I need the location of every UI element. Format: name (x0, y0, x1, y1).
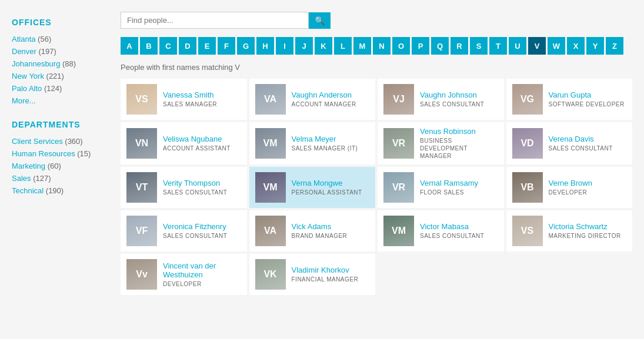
avatar: VA (255, 216, 286, 246)
person-name[interactable]: Verity Thompson (163, 179, 227, 187)
search-input[interactable] (121, 12, 309, 29)
alpha-btn-N[interactable]: N (373, 37, 391, 55)
person-name[interactable]: Vaughn Anderson (292, 90, 356, 99)
sidebar: OFFICES Atlanta (56)Denver (197)Johannes… (0, 0, 109, 339)
alpha-btn-U[interactable]: U (509, 37, 526, 55)
person-card[interactable]: VR Vernal Ramsamy FLOOR SALES (378, 167, 504, 208)
sidebar-item-office-denver[interactable]: Denver (197) (12, 45, 97, 58)
person-info: Victoria Schwartz MARKETING DIRECTOR (549, 222, 621, 240)
person-name[interactable]: Vernal Ramsamy (420, 179, 478, 187)
sidebar-item-dept-human-resources[interactable]: Human Resources (15) (12, 147, 97, 160)
person-title: BUSINESS DEVELOPMENT MANAGER (420, 137, 498, 160)
person-info: Vernal Ramsamy FLOOR SALES (420, 179, 478, 196)
alpha-btn-X[interactable]: X (567, 37, 585, 55)
person-card[interactable]: VD Verena Davis SALES CONSULTANT (506, 122, 633, 165)
person-card[interactable]: VS Victoria Schwartz MARKETING DIRECTOR (506, 210, 633, 251)
person-card[interactable]: VG Varun Gupta SOFTWARE DEVELOPER (506, 79, 633, 120)
alpha-btn-P[interactable]: P (412, 37, 429, 55)
sidebar-item-dept-client-services[interactable]: Client Services (360) (12, 135, 97, 147)
person-name[interactable]: Vincent van der Westhuizen (163, 261, 241, 279)
alpha-btn-Q[interactable]: Q (431, 37, 449, 55)
person-info: Vick Adams BRAND MANAGER (292, 222, 348, 240)
person-card[interactable]: VS Vanessa Smith SALES MANAGER (121, 79, 247, 120)
person-card[interactable]: VA Vaughn Anderson ACCOUNT MANAGER (249, 79, 376, 120)
alpha-btn-A[interactable]: A (121, 37, 138, 55)
alpha-btn-K[interactable]: K (315, 37, 332, 55)
person-card[interactable]: VM Verna Mongwe PERSONAL ASSISTANT (249, 167, 376, 208)
alpha-btn-L[interactable]: L (334, 37, 352, 55)
person-name[interactable]: Varun Gupta (549, 90, 625, 99)
more-offices-link[interactable]: More... (12, 95, 97, 107)
sidebar-item-dept-technical[interactable]: Technical (190) (12, 184, 97, 197)
alpha-btn-F[interactable]: F (218, 37, 235, 55)
alpha-btn-W[interactable]: W (548, 37, 565, 55)
person-info: Venus Robinson BUSINESS DEVELOPMENT MANA… (420, 127, 498, 160)
search-bar: 🔍 (121, 12, 632, 29)
sidebar-item-dept-marketing[interactable]: Marketing (60) (12, 160, 97, 172)
person-title: SALES CONSULTANT (163, 232, 227, 240)
person-name[interactable]: Victor Mabasa (420, 222, 484, 231)
person-name[interactable]: Verne Brown (549, 179, 592, 187)
person-title: SALES MANAGER (IT) (292, 145, 358, 152)
person-name[interactable]: Vick Adams (292, 222, 348, 231)
person-card[interactable]: VM Victor Mabasa SALES CONSULTANT (378, 210, 504, 251)
person-title: DEVELOPER (163, 280, 241, 288)
sidebar-item-office-new-york[interactable]: New York (221) (12, 70, 97, 82)
person-title: SALES CONSULTANT (420, 232, 484, 240)
person-name[interactable]: Veliswa Ngubane (163, 135, 231, 143)
alpha-btn-G[interactable]: G (237, 37, 255, 55)
search-button[interactable]: 🔍 (309, 12, 331, 29)
alpha-btn-C[interactable]: C (159, 37, 177, 55)
person-name[interactable]: Vaughn Johnson (420, 90, 484, 99)
sidebar-item-office-atlanta[interactable]: Atlanta (56) (12, 33, 97, 45)
person-name[interactable]: Velma Meyer (292, 135, 358, 143)
person-title: DEVELOPER (549, 189, 592, 196)
person-name[interactable]: Vanessa Smith (163, 90, 217, 99)
person-info: Verne Brown DEVELOPER (549, 179, 592, 196)
person-card[interactable]: VT Verity Thompson SALES CONSULTANT (121, 167, 247, 208)
alpha-btn-M[interactable]: M (353, 37, 371, 55)
alpha-btn-H[interactable]: H (256, 37, 274, 55)
person-card[interactable]: VM Velma Meyer SALES MANAGER (IT) (249, 122, 376, 165)
alpha-btn-S[interactable]: S (470, 37, 488, 55)
person-name[interactable]: Victoria Schwartz (549, 222, 621, 231)
person-card[interactable]: VF Veronica Fitzhenry SALES CONSULTANT (121, 210, 247, 251)
alpha-btn-Z[interactable]: Z (606, 37, 623, 55)
person-title: ACCOUNT ASSISTANT (163, 145, 231, 152)
person-name[interactable]: Veronica Fitzhenry (163, 222, 227, 231)
person-name[interactable]: Venus Robinson (420, 127, 498, 136)
person-title: MARKETING DIRECTOR (549, 232, 621, 240)
alpha-btn-R[interactable]: R (451, 37, 468, 55)
sidebar-item-dept-sales[interactable]: Sales (127) (12, 172, 97, 184)
alpha-btn-D[interactable]: D (179, 37, 196, 55)
avatar: VR (383, 172, 414, 203)
person-card[interactable]: VN Veliswa Ngubane ACCOUNT ASSISTANT (121, 122, 247, 165)
alpha-btn-O[interactable]: O (392, 37, 410, 55)
person-card[interactable]: VA Vick Adams BRAND MANAGER (249, 210, 376, 251)
sidebar-item-office-johannesburg[interactable]: Johannesburg (88) (12, 58, 97, 70)
alpha-btn-E[interactable]: E (198, 37, 216, 55)
avatar: VJ (383, 84, 414, 115)
departments-heading: DEPARTMENTS (12, 120, 97, 129)
person-card[interactable]: VB Verne Brown DEVELOPER (506, 167, 633, 208)
alpha-btn-B[interactable]: B (140, 37, 158, 55)
sidebar-item-office-palo-alto[interactable]: Palo Alto (124) (12, 82, 97, 95)
avatar: VR (383, 128, 414, 159)
person-card[interactable]: Vv Vincent van der Westhuizen DEVELOPER (121, 254, 247, 295)
person-card[interactable]: VR Venus Robinson BUSINESS DEVELOPMENT M… (378, 122, 504, 165)
person-name[interactable]: Verna Mongwe (292, 179, 362, 187)
person-info: Vaughn Johnson SALES CONSULTANT (420, 90, 484, 108)
avatar: VG (512, 84, 543, 115)
alpha-btn-J[interactable]: J (295, 37, 313, 55)
people-grid: VS Vanessa Smith SALES MANAGER VA Vaughn… (121, 79, 632, 295)
person-title: SOFTWARE DEVELOPER (549, 100, 625, 108)
person-info: Vanessa Smith SALES MANAGER (163, 90, 217, 108)
alpha-btn-V[interactable]: V (528, 37, 546, 55)
person-name[interactable]: Vladimir Khorkov (292, 266, 359, 274)
alpha-btn-Y[interactable]: Y (586, 37, 604, 55)
person-card[interactable]: VJ Vaughn Johnson SALES CONSULTANT (378, 79, 504, 120)
alpha-btn-T[interactable]: T (489, 37, 507, 55)
person-name[interactable]: Verena Davis (549, 135, 613, 143)
alpha-btn-I[interactable]: I (276, 37, 293, 55)
person-card[interactable]: VK Vladimir Khorkov FINANCIAL MANAGER (249, 254, 376, 295)
